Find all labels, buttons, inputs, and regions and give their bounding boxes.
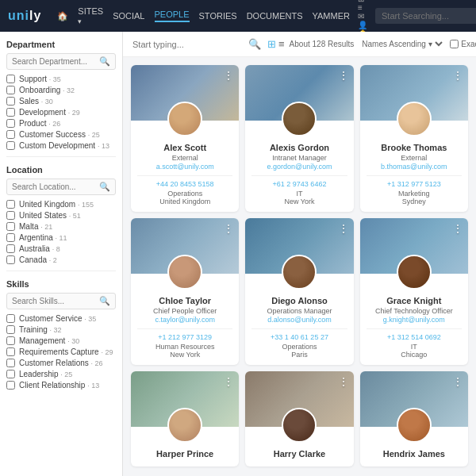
person-card[interactable]: ⋮ Alexis Gordon Intranet Manager e.gordo… xyxy=(245,65,353,212)
card-avatar xyxy=(397,102,432,136)
nav-sites[interactable]: SITES xyxy=(78,6,103,25)
skills-search-box[interactable]: 🔍 xyxy=(6,293,116,309)
top-nav: 🏠 SITES SOCIAL PEOPLE STORIES DOCUMENTS … xyxy=(57,6,350,25)
sidebar-filter-item: Training · 32 xyxy=(6,325,116,334)
nav-social[interactable]: SOCIAL xyxy=(113,11,144,21)
nav-yammer[interactable]: YAMMER xyxy=(313,11,350,21)
loc-search-input[interactable] xyxy=(12,182,99,191)
card-location: United Kingdom xyxy=(137,198,232,205)
people-grid: ⋮ Alex Scott External a.scott@unily.com … xyxy=(123,57,476,474)
card-dept: Marketing xyxy=(367,190,462,198)
card-more-icon[interactable]: ⋮ xyxy=(338,223,349,234)
filter-checkbox[interactable] xyxy=(6,336,15,345)
filter-checkbox[interactable] xyxy=(6,325,15,334)
dept-search-box[interactable]: 🔍 xyxy=(6,53,116,70)
dept-filter-list: Support · 35 Onboarding · 32 Sales · 30 … xyxy=(6,75,116,150)
filter-checkbox[interactable] xyxy=(6,233,15,242)
exact-match-label: Exact Matches Only xyxy=(450,40,476,48)
card-avatar xyxy=(397,255,432,290)
card-dept: Operations xyxy=(251,343,347,351)
card-more-icon[interactable]: ⋮ xyxy=(338,376,349,387)
grid-view-icon[interactable]: ⊞ xyxy=(267,38,276,50)
view-icons: ⊞ ≡ xyxy=(267,38,285,50)
card-name: Diego Alonso xyxy=(251,296,347,305)
card-dept: IT xyxy=(367,343,462,351)
content-header: 🔍 ⊞ ≡ About 128 Results Names Ascending … xyxy=(123,32,476,57)
card-role: Intranet Manager xyxy=(251,154,347,162)
card-more-icon[interactable]: ⋮ xyxy=(338,70,349,81)
card-email[interactable]: e.gordon@unily.com xyxy=(251,163,347,171)
logo: unily xyxy=(8,9,41,23)
filter-label: Leadership · 25 xyxy=(19,370,116,378)
filter-checkbox[interactable] xyxy=(6,347,15,356)
card-role: Chief Technology Officer xyxy=(367,307,462,315)
person-card[interactable]: ⋮ Harper Prince xyxy=(131,371,239,466)
card-role: Chief People Officer xyxy=(137,307,232,315)
filter-checkbox[interactable] xyxy=(6,130,15,139)
card-more-icon[interactable]: ⋮ xyxy=(223,70,234,81)
card-dept: Human Resources xyxy=(137,343,232,351)
person-card[interactable]: ⋮ Grace Knight Chief Technology Officer … xyxy=(360,218,468,365)
filter-checkbox[interactable] xyxy=(6,211,15,220)
card-more-icon[interactable]: ⋮ xyxy=(452,223,463,234)
skills-search-input[interactable] xyxy=(12,297,99,305)
filter-label: Custom Development · 13 xyxy=(19,141,116,150)
people-search-input[interactable] xyxy=(132,40,242,49)
card-avatar xyxy=(282,255,317,290)
card-role: External xyxy=(137,154,232,162)
filter-label: Product · 26 xyxy=(19,119,116,128)
card-more-icon[interactable]: ⋮ xyxy=(223,223,234,234)
sidebar: Department 🔍 Support · 35 Onboarding · 3… xyxy=(0,32,123,476)
sidebar-filter-item: Management · 30 xyxy=(6,336,116,345)
card-email[interactable]: g.knight@unily.com xyxy=(367,316,462,324)
card-email[interactable]: b.thomas@unily.com xyxy=(367,163,462,171)
nav-documents[interactable]: DOCUMENTS xyxy=(247,11,303,21)
person-card[interactable]: ⋮ Harry Clarke xyxy=(245,371,353,466)
person-card[interactable]: ⋮ Hendrix James xyxy=(360,371,468,466)
card-more-icon[interactable]: ⋮ xyxy=(223,376,234,387)
filter-checkbox[interactable] xyxy=(6,108,15,117)
card-avatar xyxy=(397,408,432,443)
nav-home[interactable]: 🏠 xyxy=(57,11,68,21)
filter-checkbox[interactable] xyxy=(6,244,15,253)
global-search-input[interactable] xyxy=(375,8,476,24)
filter-label: Argentina · 11 xyxy=(19,233,116,242)
card-name: Alexis Gordon xyxy=(251,143,347,152)
filter-checkbox[interactable] xyxy=(6,381,15,390)
person-card[interactable]: ⋮ Alex Scott External a.scott@unily.com … xyxy=(131,65,239,212)
filter-checkbox[interactable] xyxy=(6,314,15,323)
dept-search-input[interactable] xyxy=(12,57,99,66)
card-more-icon[interactable]: ⋮ xyxy=(452,376,463,387)
sidebar-filter-item: United States · 51 xyxy=(6,211,116,220)
card-email[interactable]: c.taylor@unily.com xyxy=(137,316,232,324)
filter-label: Customer Service · 35 xyxy=(19,314,116,323)
list-view-icon[interactable]: ≡ xyxy=(278,38,285,50)
people-search-icon[interactable]: 🔍 xyxy=(248,38,261,50)
filter-checkbox[interactable] xyxy=(6,97,15,106)
filter-checkbox[interactable] xyxy=(6,141,15,150)
person-card[interactable]: ⋮ Diego Alonso Operations Manager d.alon… xyxy=(245,218,353,365)
dept-search-icon: 🔍 xyxy=(99,56,110,67)
sidebar-filter-item: Customer Success · 25 xyxy=(6,130,116,139)
loc-search-box[interactable]: 🔍 xyxy=(6,178,116,195)
sort-dropdown[interactable]: Names Ascending ▾ xyxy=(359,39,445,49)
filter-checkbox[interactable] xyxy=(6,119,15,128)
nav-people[interactable]: PEOPLE xyxy=(155,10,190,22)
person-card[interactable]: ⋮ Brooke Thomas External b.thomas@unily.… xyxy=(360,65,468,212)
filter-checkbox[interactable] xyxy=(6,86,15,94)
person-card[interactable]: ⋮ Chloe Taylor Chief People Officer c.ta… xyxy=(131,218,239,365)
sidebar-filter-item: Custom Development · 13 xyxy=(6,141,116,150)
filter-checkbox[interactable] xyxy=(6,222,15,231)
sidebar-filter-item: United Kingdom · 155 xyxy=(6,200,116,209)
card-phone: +44 20 8453 5158 xyxy=(137,180,232,188)
exact-match-checkbox[interactable] xyxy=(450,40,459,48)
filter-checkbox[interactable] xyxy=(6,370,15,378)
filter-checkbox[interactable] xyxy=(6,359,15,367)
filter-checkbox[interactable] xyxy=(6,200,15,209)
filter-checkbox[interactable] xyxy=(6,75,15,83)
card-more-icon[interactable]: ⋮ xyxy=(452,70,463,81)
card-email[interactable]: a.scott@unily.com xyxy=(137,163,232,171)
nav-stories[interactable]: STORIES xyxy=(199,11,237,21)
card-email[interactable]: d.alonso@unily.com xyxy=(251,316,347,324)
filter-checkbox[interactable] xyxy=(6,255,15,264)
